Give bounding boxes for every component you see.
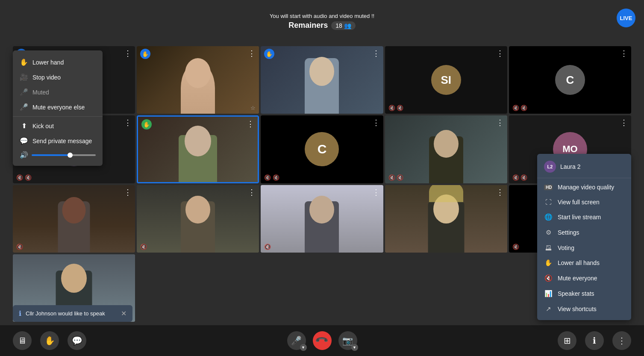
cell-menu-dots-13[interactable]: ⋮: [372, 188, 380, 197]
cell-menu-dots-4[interactable]: ⋮: [496, 49, 504, 58]
speaker-stats-icon: 📊: [544, 290, 553, 297]
meeting-title: Remainers: [288, 21, 328, 30]
send-message-icon: 💬: [20, 137, 28, 145]
right-ctx-speaker-stats[interactable]: 📊 Speaker stats: [537, 286, 631, 301]
grid-icon: ⊞: [564, 335, 571, 346]
right-ctx-settings[interactable]: ⚙ Settings: [537, 225, 631, 240]
right-ctx-mute-everyone[interactable]: 🔇 Mute everyone: [537, 271, 631, 286]
meeting-title-row: Remainers 18 👥: [288, 21, 356, 30]
grid-view-button[interactable]: ⊞: [558, 331, 576, 350]
cell-star-2: ☆: [250, 105, 256, 111]
ctx-lower-hand[interactable]: ✋ Lower hand: [13, 55, 103, 70]
mute-everyone-else-icon: 🎤: [20, 103, 28, 111]
cell-menu-dots-9[interactable]: ⋮: [496, 118, 504, 127]
raise-hand-icon: ✋: [44, 335, 55, 346]
cell-menu-dots-10[interactable]: ⋮: [620, 118, 628, 127]
lower-hand-icon: ✋: [20, 58, 28, 66]
laura-avatar: L2: [544, 161, 556, 173]
mute-everyone-icon: 🔇: [544, 274, 553, 282]
avatar-si: SI: [431, 65, 461, 95]
kick-out-icon: ⬆: [20, 122, 28, 130]
cell-mute-13: 🔇: [264, 244, 271, 250]
cell-mute-4: 🔇 🔇: [388, 105, 404, 111]
cell-menu-dots-6[interactable]: ⋮: [124, 118, 132, 127]
bottom-toolbar: 🖥 ✋ 💬 🎤 ▼ 📞 📷 ▼ ⊞ ℹ ⋮: [0, 325, 644, 356]
video-cell-14: ⋮: [385, 185, 507, 253]
share-screen-button[interactable]: 🖥: [13, 331, 32, 350]
mic-button[interactable]: 🎤 ▼: [287, 331, 306, 350]
lower-all-hands-icon: ✋: [544, 259, 553, 267]
ctx-kick-out[interactable]: ⬆ Kick out: [13, 118, 103, 133]
avatar-c1: C: [555, 65, 585, 95]
cell-menu-dots-2[interactable]: ⋮: [248, 49, 256, 58]
cell-menu-dots-11[interactable]: ⋮: [124, 188, 132, 197]
video-cell-11: ⋮ 🔇: [13, 185, 135, 253]
info-button[interactable]: ℹ: [585, 331, 604, 350]
camera-button[interactable]: 📷 ▼: [338, 331, 357, 350]
end-call-icon: 📞: [315, 333, 329, 348]
cell-mute-8: 🔇 🔇: [264, 174, 279, 181]
toolbar-left: 🖥 ✋ 💬: [13, 331, 86, 350]
share-screen-icon: 🖥: [18, 336, 26, 346]
volume-icon: 🔊: [20, 151, 28, 159]
raise-hand-badge-2: ✋: [140, 49, 150, 59]
video-cell-5: C ⋮ 🔇 🔇: [509, 46, 631, 114]
notification-close-button[interactable]: ✕: [121, 309, 126, 318]
ctx-stop-video[interactable]: 🎥 Stop video: [13, 70, 103, 85]
right-context-menu: L2 Laura 2 HD Manage video quality ⛶ Vie…: [537, 154, 631, 320]
right-ctx-start-live-stream[interactable]: 🌐 Start live stream: [537, 209, 631, 225]
right-ctx-lower-all-hands[interactable]: ✋ Lower all hands: [537, 255, 631, 271]
end-call-button[interactable]: 📞: [313, 331, 332, 350]
shortcuts-icon: ↗: [544, 305, 553, 313]
more-icon: ⋮: [618, 335, 626, 346]
video-cell-13: ⋮ 🔇: [261, 185, 383, 253]
right-ctx-view-full-screen[interactable]: ⛶ View full screen: [537, 194, 631, 209]
right-menu-divider: [537, 178, 631, 178]
notification-info-icon: ℹ: [19, 309, 21, 318]
camera-arrow-icon: ▼: [351, 344, 358, 351]
video-cell-2: ✋ ⋮ ☆: [137, 46, 259, 114]
raise-hand-button[interactable]: ✋: [40, 331, 59, 350]
more-options-button[interactable]: ⋮: [612, 331, 631, 350]
participant-context-menu: ✋ Lower hand 🎥 Stop video 🎤 Muted 🎤 Mute…: [13, 50, 103, 166]
live-stream-icon: 🌐: [544, 213, 553, 221]
cell-mute-9: 🔇 🔇: [388, 174, 404, 181]
stop-video-icon: 🎥: [20, 73, 28, 81]
participant-count: 18 👥: [331, 21, 356, 30]
cell-menu-dots-3[interactable]: ⋮: [372, 49, 380, 58]
laura-item: L2 Laura 2: [537, 157, 631, 176]
cell-menu-dots-5[interactable]: ⋮: [620, 49, 628, 58]
notification-bar: ℹ Cllr Johnson would like to speak ✕: [13, 305, 132, 322]
ctx-muted[interactable]: 🎤 Muted: [13, 85, 103, 100]
right-ctx-view-shortcuts[interactable]: ↗ View shortcuts: [537, 301, 631, 317]
cell-menu-dots-14[interactable]: ⋮: [496, 188, 504, 197]
cell-menu-dots-12[interactable]: ⋮: [248, 188, 256, 197]
cell-mute-12: 🔇: [140, 244, 147, 250]
cell-mute-11: 🔇: [16, 244, 23, 250]
video-cell-8: C ⋮ 🔇 🔇: [261, 115, 383, 183]
mic-icon: 🎤: [291, 335, 302, 346]
notification-message: Cllr Johnson would like to speak: [26, 310, 105, 317]
video-cell-9: ⋮ 🔇 🔇: [385, 115, 507, 183]
right-ctx-manage-video-quality[interactable]: HD Manage video quality: [537, 180, 631, 194]
mic-arrow-icon: ▼: [300, 344, 307, 351]
cell-menu-dots-8[interactable]: ⋮: [372, 118, 380, 127]
toolbar-center: 🎤 ▼ 📞 📷 ▼: [287, 331, 357, 350]
cell-menu-dots-7[interactable]: ⋮: [247, 119, 254, 129]
cell-menu-dots-1[interactable]: ⋮: [124, 49, 132, 58]
avatar-c2: C: [305, 132, 339, 166]
right-ctx-voting[interactable]: 🗳 Voting: [537, 240, 631, 255]
ctx-send-private-message[interactable]: 💬 Send private message: [13, 133, 103, 148]
voting-icon: 🗳: [544, 244, 553, 251]
cell-mute-10: 🔇 🔇: [512, 174, 528, 181]
ctx-mute-everyone-else[interactable]: 🎤 Mute everyone else: [13, 100, 103, 115]
chat-button[interactable]: 💬: [68, 331, 86, 350]
full-screen-icon: ⛶: [544, 198, 553, 206]
top-bar: You will start with audio and video mute…: [0, 0, 644, 43]
muted-icon: 🎤: [20, 88, 28, 96]
volume-row: 🔊: [13, 148, 103, 162]
volume-slider[interactable]: [32, 154, 96, 156]
hd-icon: HD: [544, 185, 553, 190]
volume-knob: [68, 153, 73, 158]
settings-icon: ⚙: [544, 229, 553, 236]
